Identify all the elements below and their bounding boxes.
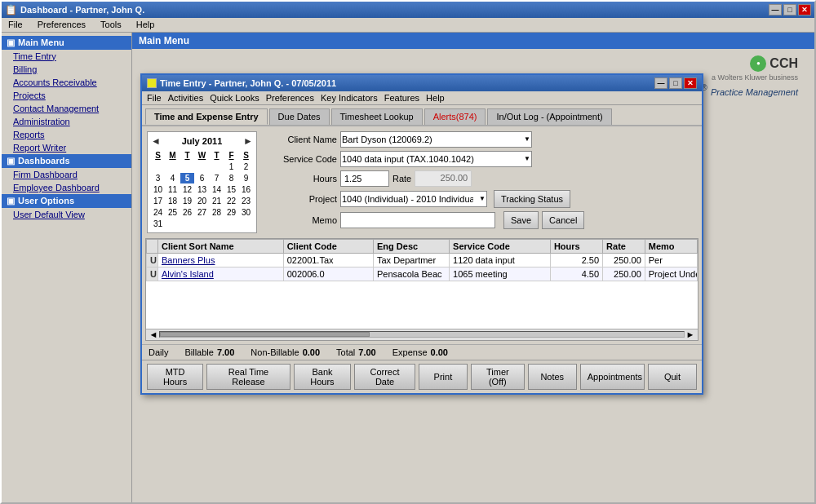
cal-day-12[interactable]: 12 (180, 184, 194, 195)
cal-day-15[interactable]: 15 (224, 184, 238, 195)
cal-day-10[interactable]: 10 (151, 184, 165, 195)
cal-day-6[interactable]: 6 (195, 173, 209, 183)
col-client-sort-name[interactable]: Client Sort Name (158, 239, 284, 253)
main-menu-section-header: ▣ Main Menu (2, 36, 131, 50)
menu-tools[interactable]: Tools (97, 19, 125, 30)
col-memo[interactable]: Memo (645, 239, 697, 253)
table-scroll-area[interactable]: Client Sort Name Client Code Eng Desc Se… (146, 239, 698, 329)
sidebar-item-billing[interactable]: Billing (2, 63, 131, 76)
dialog-minimize-button[interactable]: — (654, 77, 667, 89)
maximize-button[interactable]: □ (783, 4, 796, 15)
dialog-menu-help[interactable]: Help (426, 93, 445, 103)
cal-day-2[interactable]: 2 (239, 161, 253, 172)
sidebar-item-report-writer[interactable]: Report Writer (2, 141, 131, 154)
dialog-menu-features[interactable]: Features (384, 93, 419, 103)
cal-day-20[interactable]: 20 (195, 196, 209, 206)
cal-day-7[interactable]: 7 (210, 173, 224, 183)
dialog-menu-activities[interactable]: Activities (168, 93, 203, 103)
cal-day-14[interactable]: 14 (210, 184, 224, 195)
dialog-menu-quick-looks[interactable]: Quick Looks (210, 93, 259, 103)
cal-day-4[interactable]: 4 (166, 173, 180, 183)
col-client-code[interactable]: Client Code (283, 239, 373, 253)
minimize-button[interactable]: — (769, 4, 782, 15)
timer-off-button[interactable]: Timer (Off) (471, 364, 525, 390)
real-time-release-button[interactable]: Real Time Release (206, 364, 290, 390)
project-select[interactable]: 1040 (Individual) - 2010 Individual Tax … (340, 191, 487, 207)
sidebar-item-contact-management[interactable]: Contact Management (2, 102, 131, 115)
tab-alerts[interactable]: Alerts(874) (424, 108, 486, 125)
client-name-select[interactable]: Bart Dyson (120069.2) (340, 131, 532, 148)
correct-date-button[interactable]: Correct Date (354, 364, 415, 390)
cal-day-30[interactable]: 30 (239, 207, 253, 218)
cancel-button[interactable]: Cancel (542, 211, 584, 229)
sidebar-item-firm-dashboard[interactable]: Firm Dashboard (2, 168, 131, 181)
cal-day-22[interactable]: 22 (224, 196, 238, 206)
menu-help[interactable]: Help (133, 19, 158, 30)
cal-day-1[interactable]: 1 (224, 161, 238, 172)
sidebar-item-projects[interactable]: Projects (2, 89, 131, 102)
service-code-select[interactable]: 1040 data input (TAX.1040.1042) (340, 151, 532, 167)
menu-file[interactable]: File (5, 19, 26, 30)
tab-due-dates[interactable]: Due Dates (269, 108, 330, 125)
sidebar-item-employee-dashboard[interactable]: Employee Dashboard (2, 181, 131, 194)
row1-rate: 250.00 (603, 253, 645, 267)
cal-day-18[interactable]: 18 (166, 196, 180, 206)
cal-day-8[interactable]: 8 (224, 173, 238, 183)
tab-time-expense[interactable]: Time and Expense Entry (145, 108, 268, 125)
menu-preferences[interactable]: Preferences (34, 19, 89, 30)
sidebar-item-reports[interactable]: Reports (2, 128, 131, 141)
horizontal-scrollbar[interactable]: ◄ ► (146, 329, 698, 340)
dialog-menu-file[interactable]: File (147, 93, 162, 103)
cal-day-24[interactable]: 24 (151, 207, 165, 218)
table-row[interactable]: U Banners Plus 022001.Tax Tax Departmer … (147, 253, 698, 267)
cal-day-11[interactable]: 11 (166, 184, 180, 195)
sidebar-item-time-entry[interactable]: Time Entry (2, 50, 131, 63)
mtd-hours-button[interactable]: MTD Hours (147, 364, 203, 390)
cal-day-27[interactable]: 27 (195, 207, 209, 218)
cal-day-16[interactable]: 16 (239, 184, 253, 195)
cal-day-31[interactable]: 31 (151, 219, 165, 229)
scroll-thumb[interactable] (160, 332, 370, 337)
cal-day-25[interactable]: 25 (166, 207, 180, 218)
col-eng-desc[interactable]: Eng Desc (374, 239, 450, 253)
cal-day-5[interactable]: 5 (180, 173, 194, 183)
scroll-track[interactable] (159, 331, 685, 338)
save-button[interactable]: Save (503, 211, 539, 229)
notes-button[interactable]: Notes (528, 364, 577, 390)
dialog-maximize-button[interactable]: □ (669, 77, 682, 89)
memo-input[interactable] (340, 212, 495, 228)
cal-day-26[interactable]: 26 (180, 207, 194, 218)
cal-day-3[interactable]: 3 (151, 173, 165, 183)
cal-day-21[interactable]: 21 (210, 196, 224, 206)
calendar-next-button[interactable]: ► (243, 135, 253, 147)
sidebar-item-user-default-view[interactable]: User Default View (2, 208, 131, 221)
tab-timesheet-lookup[interactable]: Timesheet Lookup (331, 108, 423, 125)
sidebar-item-accounts-receivable[interactable]: Accounts Receivable (2, 76, 131, 89)
cal-day-9[interactable]: 9 (239, 173, 253, 183)
cal-day-17[interactable]: 17 (151, 196, 165, 206)
dialog-close-button[interactable]: ✕ (684, 77, 697, 89)
quit-button[interactable]: Quit (648, 364, 697, 390)
dialog-menu-key-indicators[interactable]: Key Indicators (321, 93, 378, 103)
cal-day-13[interactable]: 13 (195, 184, 209, 195)
calendar-prev-button[interactable]: ◄ (151, 135, 161, 147)
tracking-status-button[interactable]: Tracking Status (494, 190, 570, 208)
bank-hours-button[interactable]: Bank Hours (294, 364, 351, 390)
col-hours[interactable]: Hours (550, 239, 602, 253)
dialog-menu-preferences[interactable]: Preferences (266, 93, 314, 103)
sidebar-item-administration[interactable]: Administration (2, 115, 131, 128)
table-row[interactable]: U Alvin's Island 002006.0 Pensacola Beac… (147, 267, 698, 281)
cal-day-29[interactable]: 29 (224, 207, 238, 218)
appointments-button[interactable]: Appointments (580, 364, 645, 390)
tab-inout-log[interactable]: In/Out Log - (Appointment) (487, 108, 611, 125)
scroll-left-button[interactable]: ◄ (148, 329, 159, 339)
close-button[interactable]: ✕ (798, 4, 811, 15)
scroll-right-button[interactable]: ► (685, 329, 696, 339)
cal-day-23[interactable]: 23 (239, 196, 253, 206)
cal-day-19[interactable]: 19 (180, 196, 194, 206)
col-rate[interactable]: Rate (603, 239, 645, 253)
print-button[interactable]: Print (419, 364, 468, 390)
hours-input[interactable] (340, 170, 389, 187)
cal-day-28[interactable]: 28 (210, 207, 224, 218)
col-service-code[interactable]: Service Code (450, 239, 551, 253)
